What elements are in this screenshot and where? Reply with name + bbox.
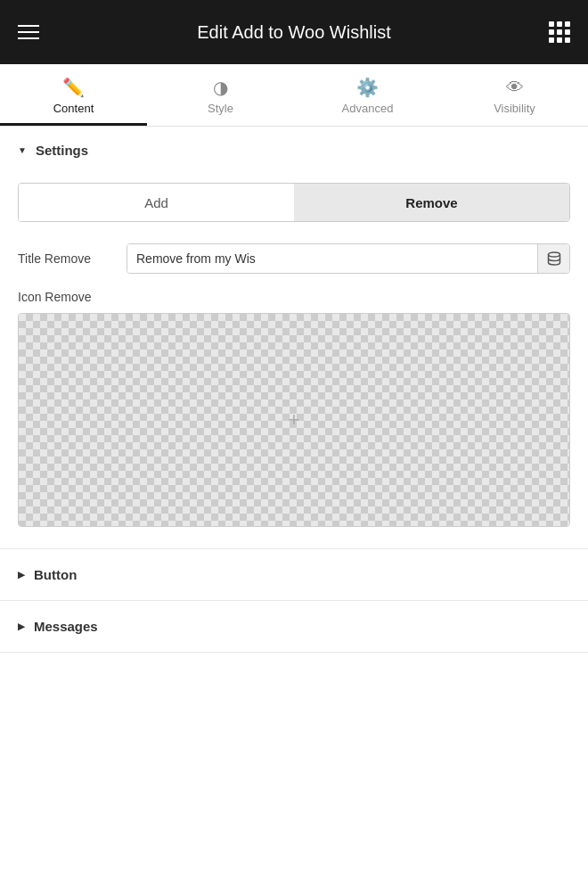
tab-advanced-label: Advanced [342,102,394,115]
checkerboard-pattern: + [19,314,569,526]
button-section-label: Button [34,567,77,582]
grid-apps-button[interactable] [549,21,570,43]
main-content: ▼ Settings Add Remove Title Remove [0,127,588,653]
title-remove-row: Title Remove [18,243,570,274]
tab-visibility-label: Visibility [494,102,535,115]
settings-section: ▼ Settings Add Remove Title Remove [0,127,588,549]
settings-section-label: Settings [36,143,88,158]
title-remove-input-group [127,243,570,274]
tab-advanced[interactable]: ⚙️ Advanced [294,64,441,126]
database-icon[interactable] [537,244,569,273]
settings-section-header[interactable]: ▼ Settings [0,127,588,174]
icon-remove-image-area[interactable]: + [18,313,570,527]
settings-section-body: Add Remove Title Remove [0,174,588,548]
half-circle-icon: ◑ [213,78,228,96]
messages-section-header[interactable]: ▶ Messages [0,601,588,652]
add-remove-toggle: Add Remove [18,183,570,222]
tab-content-label: Content [53,102,94,115]
eye-icon: 👁 [506,78,524,96]
button-section-header[interactable]: ▶ Button [0,549,588,600]
messages-section-label: Messages [34,619,98,634]
gear-icon: ⚙️ [356,78,379,96]
tab-content[interactable]: ✏️ Content [0,64,147,126]
messages-section: ▶ Messages [0,601,588,653]
settings-arrow-icon: ▼ [18,145,27,155]
button-arrow-icon: ▶ [18,570,25,580]
hamburger-menu-button[interactable] [18,25,39,39]
button-section: ▶ Button [0,549,588,601]
messages-arrow-icon: ▶ [18,621,25,631]
tab-style-label: Style [208,102,233,115]
app-header: Edit Add to Woo Wishlist [0,0,588,64]
icon-remove-label: Icon Remove [18,290,570,304]
header-title: Edit Add to Woo Wishlist [197,22,391,43]
title-remove-label: Title Remove [18,251,116,266]
title-remove-input[interactable] [127,244,537,273]
remove-toggle-button[interactable]: Remove [294,184,569,221]
tab-visibility[interactable]: 👁 Visibility [441,64,588,126]
svg-point-0 [548,252,559,257]
pencil-icon: ✏️ [62,78,85,96]
tab-bar: ✏️ Content ◑ Style ⚙️ Advanced 👁 Visibil… [0,64,588,127]
add-toggle-button[interactable]: Add [19,184,294,221]
add-image-icon: + [289,410,300,430]
tab-style[interactable]: ◑ Style [147,64,294,126]
